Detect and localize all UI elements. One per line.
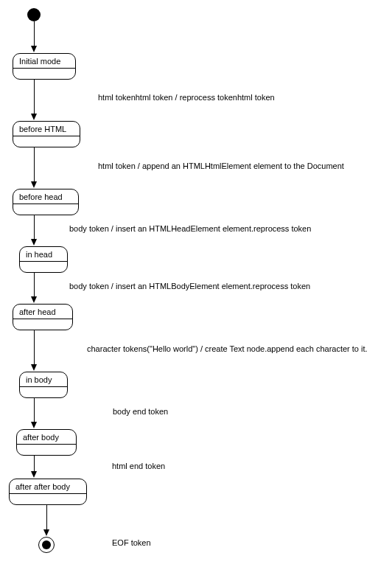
state-divider: [13, 136, 80, 136]
transition-label: character tokens("Hello world") / create…: [87, 344, 368, 353]
transition-line: [34, 147, 35, 183]
state-in-body: in body: [19, 372, 68, 398]
state-divider: [13, 68, 75, 69]
final-state: [38, 537, 55, 553]
transition-arrowhead: [31, 239, 37, 246]
state-diagram: Initial mode html tokenhtml token / repr…: [0, 0, 392, 567]
state-divider: [20, 386, 67, 387]
transition-line: [46, 505, 47, 531]
state-label: in head: [26, 250, 61, 259]
state-after-body: after body: [16, 429, 77, 456]
transition-line: [34, 456, 35, 473]
transition-label: body token / insert an HTMLBodyElement e…: [69, 282, 310, 291]
transition-line: [34, 398, 35, 423]
state-after-after-body: after after body: [9, 479, 87, 505]
state-label: before HTML: [19, 125, 74, 133]
transition-label: EOF token: [112, 538, 151, 547]
transition-line: [34, 80, 35, 115]
state-divider: [17, 444, 76, 445]
transition-line: [34, 21, 35, 47]
transition-arrowhead: [31, 181, 37, 188]
state-before-head: before head: [13, 189, 79, 215]
state-after-head: after head: [13, 304, 73, 330]
transition-arrowhead: [31, 296, 37, 303]
state-label: before head: [19, 192, 72, 201]
state-in-head: in head: [19, 246, 68, 273]
transition-arrowhead: [31, 471, 37, 478]
state-label: Initial mode: [19, 57, 69, 66]
state-label: after head: [19, 307, 66, 316]
state-divider: [20, 261, 67, 262]
transition-arrowhead: [31, 422, 37, 428]
state-label: after body: [23, 433, 70, 442]
state-divider: [10, 493, 86, 494]
transition-arrowhead: [31, 46, 37, 52]
transition-arrowhead: [31, 114, 37, 120]
transition-arrowhead: [43, 529, 49, 536]
transition-line: [34, 273, 35, 298]
state-initial-mode: Initial mode: [13, 53, 76, 80]
state-label: in body: [26, 375, 61, 384]
transition-label: html token / append an HTMLHtmlElement e…: [98, 161, 344, 170]
state-divider: [13, 319, 72, 319]
transition-label: body end token: [113, 407, 168, 416]
state-before-html: before HTML: [13, 121, 80, 147]
state-label: after after body: [15, 482, 80, 491]
transition-line: [34, 215, 35, 240]
transition-label: html end token: [112, 462, 165, 470]
state-divider: [13, 204, 78, 204]
transition-label: body token / insert an HTMLHeadElement e…: [69, 224, 311, 233]
transition-label: html tokenhtml token / reprocess tokenht…: [98, 93, 275, 102]
initial-pseudostate: [27, 8, 41, 21]
transition-line: [34, 330, 35, 366]
transition-arrowhead: [31, 364, 37, 371]
final-state-inner: [42, 540, 51, 549]
